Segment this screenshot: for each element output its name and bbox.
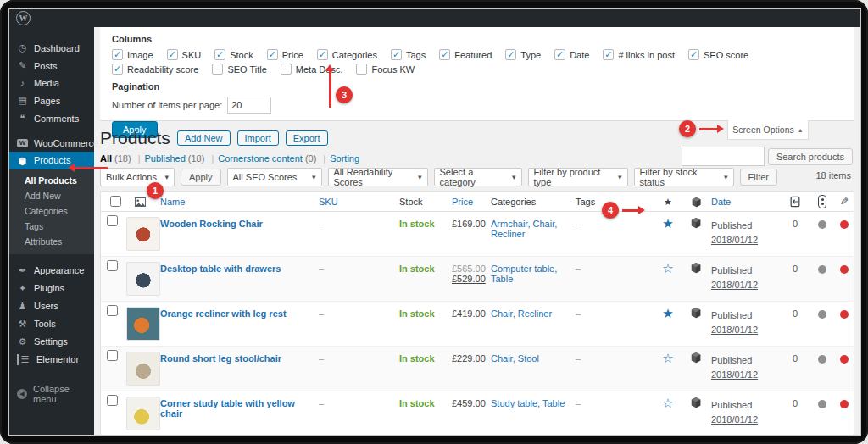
view-link[interactable]: Cornerstone content <box>218 153 303 164</box>
sidebar-item-settings[interactable]: ⚙Settings <box>9 333 94 351</box>
product-thumbnail[interactable] <box>126 307 160 341</box>
featured-star-toggle[interactable]: ★ <box>652 302 684 326</box>
product-thumbnail[interactable] <box>126 262 160 296</box>
product-thumbnail[interactable] <box>126 397 160 430</box>
sidebar-item-tools[interactable]: ⚒Tools <box>9 315 94 333</box>
sidebar-item-posts[interactable]: ✎Posts <box>9 57 94 75</box>
sidebar-item-woocommerce[interactable]: WWooCommerce <box>9 135 94 152</box>
readability-scores-select[interactable]: All Readability Scores <box>328 168 428 186</box>
column-toggle-sku[interactable]: SKU <box>167 49 202 60</box>
sidebar-item-appearance[interactable]: ✒Appearance <box>9 262 94 280</box>
bulk-apply-button[interactable]: Apply <box>181 169 221 186</box>
featured-star-toggle[interactable]: ★ <box>652 212 684 236</box>
date-link[interactable]: 2018/01/12 <box>711 413 776 427</box>
checkbox[interactable] <box>214 49 225 60</box>
submenu-attributes[interactable]: Attributes <box>9 234 94 249</box>
submenu-all-products[interactable]: All Products <box>9 173 94 188</box>
column-toggle-image[interactable]: Image <box>112 49 153 60</box>
checkbox[interactable] <box>554 49 565 60</box>
column-toggle-readability-score[interactable]: Readability score <box>112 64 198 75</box>
product-name-link[interactable]: Corner study table with yellow chair <box>157 391 315 424</box>
checkbox[interactable] <box>317 49 328 60</box>
sidebar-item-media[interactable]: ♪Media <box>9 75 94 92</box>
featured-star-toggle[interactable]: ☆ <box>652 257 684 281</box>
view-all[interactable]: All(18) <box>100 153 140 164</box>
view-link[interactable]: Published <box>144 153 185 164</box>
select-all-checkbox[interactable] <box>110 196 121 207</box>
sidebar-item-users[interactable]: ♟Users <box>9 297 94 315</box>
categories-links[interactable]: Study table, Table <box>487 391 572 413</box>
view-link[interactable]: Sorting <box>330 153 359 164</box>
checkbox[interactable] <box>505 49 516 60</box>
checkbox[interactable] <box>281 64 292 75</box>
bulk-actions-select[interactable]: Bulk Actions <box>100 168 175 186</box>
items-per-page-input[interactable] <box>227 97 271 114</box>
column-toggle-featured[interactable]: Featured <box>439 49 492 60</box>
header-sku[interactable]: SKU <box>315 197 396 207</box>
column-toggle-links-in-post[interactable]: # links in post <box>603 49 675 60</box>
date-link[interactable]: 2018/01/12 <box>711 278 776 292</box>
submenu-tags[interactable]: Tags <box>9 219 94 234</box>
import-button[interactable]: Import <box>237 130 279 146</box>
checkbox[interactable] <box>391 49 402 60</box>
view-link[interactable]: All <box>100 153 112 164</box>
checkbox[interactable] <box>112 64 123 75</box>
column-toggle-seo-title[interactable]: SEO Title <box>212 64 266 75</box>
export-button[interactable]: Export <box>286 130 328 146</box>
product-type-select[interactable]: Filter by product type <box>528 168 628 186</box>
featured-star-toggle[interactable]: ☆ <box>652 391 684 416</box>
categories-links[interactable]: Armchair, Chair, Recliner <box>487 212 572 244</box>
product-thumbnail[interactable] <box>126 352 160 386</box>
categories-links[interactable]: Computer table, Table <box>487 257 572 289</box>
checkbox[interactable] <box>212 64 223 75</box>
checkbox[interactable] <box>603 49 614 60</box>
column-toggle-tags[interactable]: Tags <box>391 49 426 60</box>
column-toggle-categories[interactable]: Categories <box>317 49 377 60</box>
checkbox[interactable] <box>112 49 123 60</box>
column-toggle-price[interactable]: Price <box>267 49 303 60</box>
sidebar-item-comments[interactable]: ❝Comments <box>9 109 94 127</box>
sidebar-item-elementor[interactable]: ☰Elementor <box>9 351 94 369</box>
sidebar-item-dashboard[interactable]: ◷Dashboard <box>9 39 94 57</box>
product-name-link[interactable]: Desktop table with drawers <box>157 257 315 279</box>
checkbox[interactable] <box>356 64 367 75</box>
featured-star-toggle[interactable]: ☆ <box>652 347 684 371</box>
row-checkbox[interactable] <box>107 350 118 361</box>
date-link[interactable]: 2018/01/12 <box>711 368 776 382</box>
categories-links[interactable]: Chair, Stool <box>487 347 572 369</box>
header-price[interactable]: Price <box>448 197 487 207</box>
header-featured-star-icon[interactable]: ★ <box>652 197 684 208</box>
category-select[interactable]: Select a category <box>434 168 522 186</box>
header-name[interactable]: Name <box>157 197 315 207</box>
row-checkbox[interactable] <box>107 260 118 271</box>
add-new-button[interactable]: Add New <box>177 130 231 146</box>
seo-scores-select[interactable]: All SEO Scores <box>227 168 322 186</box>
product-name-link[interactable]: Orange recliner with leg rest <box>157 302 315 324</box>
view-cornerstone[interactable]: Cornerstone content(0) <box>218 153 326 164</box>
row-checkbox[interactable] <box>107 215 118 226</box>
view-sorting[interactable]: Sorting <box>330 153 359 164</box>
checkbox[interactable] <box>267 49 278 60</box>
checkbox[interactable] <box>167 49 178 60</box>
view-published[interactable]: Published(18) <box>144 153 214 164</box>
column-toggle-date[interactable]: Date <box>554 49 589 60</box>
wordpress-logo-icon[interactable]: W <box>16 11 31 25</box>
product-name-link[interactable]: Round short leg stool/chair <box>157 347 315 369</box>
categories-links[interactable]: Chair, Recliner <box>487 302 572 324</box>
sidebar-item-plugins[interactable]: ✦Plugins <box>9 280 94 297</box>
row-checkbox[interactable] <box>107 305 118 316</box>
column-toggle-focus-kw[interactable]: Focus KW <box>356 64 415 75</box>
header-date[interactable]: Date <box>708 197 779 207</box>
checkbox[interactable] <box>439 49 450 60</box>
column-toggle-stock[interactable]: Stock <box>214 49 253 60</box>
sidebar-item-pages[interactable]: ▤Pages <box>9 92 94 109</box>
checkbox[interactable] <box>688 49 699 60</box>
screen-options-tab[interactable]: Screen Options ▲ <box>727 120 809 140</box>
product-name-link[interactable]: Wooden Rocking Chair <box>157 212 315 234</box>
date-link[interactable]: 2018/01/12 <box>711 323 776 337</box>
stock-status-select[interactable]: Filter by stock status <box>634 168 734 186</box>
row-checkbox[interactable] <box>107 395 118 406</box>
column-toggle-seo-score[interactable]: SEO score <box>688 49 748 60</box>
submenu-categories[interactable]: Categories <box>9 203 94 219</box>
product-thumbnail[interactable] <box>126 217 160 251</box>
